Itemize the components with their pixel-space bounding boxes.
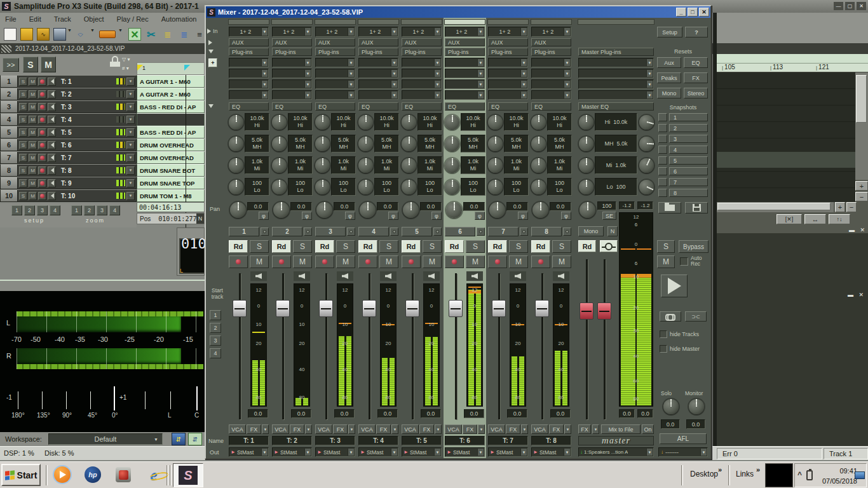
master-eq-freq-knob[interactable] bbox=[579, 115, 593, 130]
channel-input-select[interactable]: 1+ 2 ▼ bbox=[402, 27, 442, 37]
fx-button[interactable]: FX bbox=[333, 424, 348, 434]
track-solo-button[interactable]: S bbox=[19, 179, 27, 187]
mute-button[interactable]: M bbox=[423, 255, 442, 268]
track-solo-button[interactable]: S bbox=[19, 116, 27, 124]
pan-knob[interactable] bbox=[489, 202, 505, 218]
mute-button[interactable]: M bbox=[293, 255, 312, 268]
snapshot-slot-button[interactable]: 3 bbox=[669, 135, 708, 143]
volume-fader[interactable] bbox=[492, 273, 506, 419]
menu-file[interactable]: File bbox=[5, 15, 17, 23]
vca-button[interactable]: VCA bbox=[488, 424, 505, 434]
master-fader-left[interactable] bbox=[580, 259, 593, 419]
track-record-button[interactable] bbox=[38, 141, 46, 149]
zoom-selection-icon[interactable]: [✕] bbox=[776, 214, 802, 224]
plugin-slot[interactable]: ▼ bbox=[402, 90, 442, 100]
plugin-slot[interactable]: ▼ bbox=[488, 79, 528, 89]
clip-name-cell[interactable]: DRUM OVERHEAD bbox=[137, 151, 205, 164]
reset-fx-button[interactable]: FX bbox=[684, 72, 708, 83]
record-ready-button[interactable]: Rd bbox=[229, 240, 248, 253]
channel-aux-button[interactable]: AUX bbox=[488, 38, 528, 46]
channel-aux-button[interactable]: AUX bbox=[272, 38, 312, 46]
eq-hi-knob[interactable] bbox=[445, 115, 459, 130]
channel-number[interactable]: 1 bbox=[229, 227, 259, 236]
track-solo-button[interactable]: S bbox=[19, 90, 27, 98]
channel-output-select[interactable]: ► StMast ▼ bbox=[358, 447, 398, 457]
plugin-slot[interactable]: ▼ bbox=[315, 58, 355, 67]
channel-number[interactable]: 3 bbox=[315, 227, 346, 236]
global-mute-button[interactable]: M bbox=[657, 255, 675, 268]
unlink-channels-button[interactable]: ⊃⊂ bbox=[685, 311, 707, 322]
track-record-button[interactable] bbox=[38, 179, 46, 187]
minimize-icon[interactable]: _ bbox=[676, 8, 686, 17]
channel-plugins-button[interactable]: Plug-ins bbox=[272, 48, 312, 56]
speaker-icon[interactable] bbox=[553, 271, 569, 281]
track-solo-button[interactable]: S bbox=[19, 192, 27, 200]
track-monitor-button[interactable] bbox=[48, 192, 56, 200]
channel-name[interactable]: T: 7 bbox=[488, 436, 528, 445]
zoom-4-button[interactable]: 4 bbox=[109, 205, 120, 215]
record-button[interactable] bbox=[358, 255, 377, 268]
bypass-button[interactable]: Bypass bbox=[679, 240, 709, 253]
plugin-slot[interactable]: ▼ bbox=[272, 58, 312, 67]
eq-hi-knob[interactable] bbox=[488, 115, 503, 130]
fx-button[interactable]: FX bbox=[506, 424, 520, 434]
chevron-down-icon[interactable]: ▼ bbox=[262, 424, 269, 434]
fx-button[interactable]: FX bbox=[463, 424, 477, 434]
track-dropdown-icon[interactable]: ▼ bbox=[126, 116, 135, 124]
reset-eq-button[interactable]: EQ bbox=[684, 57, 708, 68]
mixer-active-icon[interactable]: ⇵ bbox=[188, 433, 202, 445]
export-audio-icon[interactable]: ∿ bbox=[37, 28, 50, 41]
mute-button[interactable]: M bbox=[466, 255, 485, 268]
track-row[interactable]: 2 S M T: 2 ▼ bbox=[0, 88, 137, 100]
master-plugin-slot[interactable]: ▼ bbox=[578, 79, 654, 89]
channel-plugins-button[interactable]: Plug-ins bbox=[402, 48, 442, 56]
channel-eq-button[interactable]: EQ bbox=[315, 102, 355, 111]
plugin-slot[interactable]: ▼ bbox=[229, 90, 269, 100]
link-channels-button[interactable] bbox=[660, 311, 681, 322]
reset-peaks-button[interactable]: Peaks bbox=[657, 72, 681, 83]
speaker-icon[interactable] bbox=[294, 271, 310, 281]
track-dropdown-icon[interactable]: ▼ bbox=[126, 90, 135, 98]
desktop-chevron-icon[interactable]: » bbox=[718, 466, 722, 473]
record-button[interactable] bbox=[531, 255, 550, 268]
start-track-3-button[interactable]: 3 bbox=[210, 336, 221, 346]
snapshot-select-button[interactable] bbox=[658, 146, 667, 154]
fader-handle[interactable] bbox=[449, 300, 463, 317]
channel-select-dot[interactable] bbox=[433, 227, 442, 236]
track-solo-button[interactable]: S bbox=[19, 128, 27, 137]
master-plugin-slot[interactable]: ▼ bbox=[578, 69, 654, 78]
plugin-slot[interactable]: ▼ bbox=[531, 90, 571, 100]
track-monitor-button[interactable] bbox=[48, 78, 56, 86]
fx-button[interactable]: FX bbox=[419, 424, 434, 434]
track-mute-button[interactable]: M bbox=[29, 90, 37, 98]
track-record-button[interactable] bbox=[38, 103, 46, 111]
fx-button[interactable]: FX bbox=[376, 424, 391, 434]
plugin-slot[interactable]: ▼ bbox=[488, 90, 528, 100]
channel-output-select[interactable]: ► StMast ▼ bbox=[402, 447, 442, 457]
track-number[interactable]: 6 bbox=[1, 139, 18, 151]
track-number[interactable]: 8 bbox=[1, 165, 18, 176]
track-monitor-button[interactable] bbox=[48, 166, 56, 175]
solo-button[interactable]: S bbox=[336, 240, 355, 253]
eq-mh-knob[interactable] bbox=[488, 137, 503, 151]
fader-handle[interactable] bbox=[233, 300, 247, 317]
clip-name-cell[interactable]: DRUM SNARE BOT bbox=[137, 164, 205, 177]
plugin-slot[interactable]: ▼ bbox=[315, 90, 355, 100]
vca-button[interactable]: VCA bbox=[315, 424, 332, 434]
project-tab[interactable]: 2017-12-04_2017-12-04_23-52-58.VIP bbox=[15, 45, 125, 52]
input-section-toggle[interactable]: In bbox=[207, 28, 218, 34]
master-eq-button[interactable]: Master EQ bbox=[578, 102, 654, 111]
channel-aux-button[interactable]: AUX bbox=[358, 38, 398, 46]
all-mute-button[interactable]: M bbox=[41, 57, 56, 72]
track-dropdown-icon[interactable]: ▼ bbox=[126, 192, 135, 200]
track-record-button[interactable] bbox=[38, 116, 46, 124]
snapshot-load-button[interactable] bbox=[658, 202, 681, 214]
pane-minimize-close-icons[interactable]: ▬ ✕ bbox=[848, 292, 865, 298]
desktop-toolbar[interactable]: Desktop bbox=[690, 470, 718, 478]
close-icon[interactable]: ✕ bbox=[699, 8, 709, 17]
eq-lo-knob[interactable] bbox=[315, 180, 330, 194]
fader-handle[interactable] bbox=[319, 300, 333, 317]
snapshot-select-button[interactable] bbox=[658, 189, 667, 197]
channel-eq-button[interactable]: EQ bbox=[402, 102, 442, 111]
master-eq-freq-knob[interactable] bbox=[579, 158, 593, 173]
